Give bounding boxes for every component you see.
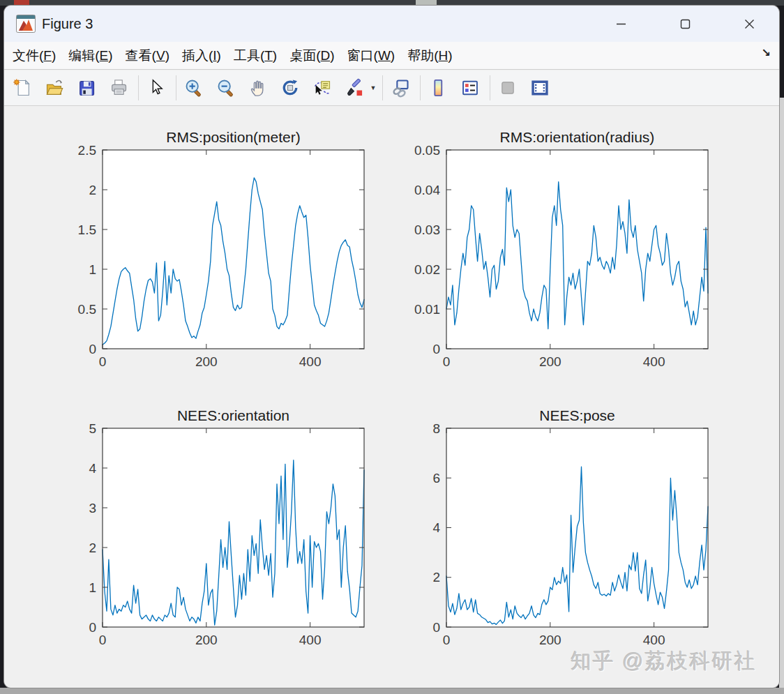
window-controls (601, 11, 769, 36)
menu-help[interactable]: 帮助(H) (401, 47, 458, 65)
link-plot-icon (391, 78, 410, 98)
y-tick-label: 0 (432, 620, 440, 635)
x-tick-label: 200 (195, 633, 218, 647)
subplot-nees-pose[interactable]: 020040002468NEES:pose (407, 406, 728, 654)
pan-hand-icon (248, 78, 268, 98)
close-button[interactable] (730, 11, 769, 36)
minimize-button[interactable] (601, 11, 640, 36)
y-tick-label: 0.04 (414, 183, 440, 197)
watermark: 知乎 @荔枝科研社 (571, 647, 757, 676)
y-tick-label: 4 (432, 520, 440, 535)
x-tick-label: 0 (99, 633, 107, 647)
plot-title: NEES:orientation (177, 407, 289, 423)
new-figure-icon (13, 78, 32, 98)
toolbar-separator (382, 75, 383, 100)
menu-tools[interactable]: 工具(T) (227, 47, 283, 65)
y-tick-label: 8 (432, 421, 440, 436)
zoom-in-icon (184, 78, 204, 98)
printer-icon (109, 78, 128, 98)
legend-icon (460, 78, 480, 98)
plot-title: NEES:pose (539, 407, 615, 423)
y-tick-label: 1 (89, 262, 96, 277)
subplot-rms-position[interactable]: 020040000.511.522.5RMS:position(meter) (63, 128, 384, 375)
y-tick-label: 2 (432, 570, 440, 584)
x-tick-label: 400 (643, 354, 665, 369)
pan-button[interactable] (244, 74, 272, 102)
menu-bar: 文件(F) 编辑(E) 查看(V) 插入(I) 工具(T) 桌面(D) 窗口(W… (4, 42, 779, 70)
figure-window: Figure 3 文件(F) 编辑(E) 查看(V) 插入(I) 工具(T) 桌… (4, 6, 779, 688)
y-tick-label: 5 (89, 421, 96, 436)
desktop-background: Figure 3 文件(F) 编辑(E) 查看(V) 插入(I) 工具(T) 桌… (0, 0, 784, 694)
minimize-icon (616, 19, 626, 29)
data-cursor-button[interactable] (308, 74, 336, 102)
rotate-3d-icon (280, 78, 300, 98)
subplot-rms-orientation[interactable]: 020040000.010.020.030.040.05RMS:orientat… (407, 128, 728, 375)
menu-edit[interactable]: 编辑(E) (62, 47, 119, 65)
x-tick-label: 200 (539, 354, 561, 369)
y-tick-label: 0.03 (414, 222, 440, 237)
toolbar-separator (490, 75, 490, 100)
matlab-figure-icon (16, 15, 36, 33)
y-tick-label: 2 (89, 541, 96, 555)
close-icon (744, 19, 755, 29)
insert-colorbar-button[interactable] (424, 74, 452, 102)
menu-window[interactable]: 窗口(W) (341, 47, 402, 65)
brush-dropdown-caret[interactable]: ▼ (368, 74, 378, 102)
menu-overflow-arrow-icon[interactable]: ↘ (762, 46, 771, 59)
toolbar-separator (420, 75, 421, 100)
y-tick-label: 2.5 (78, 143, 96, 158)
y-tick-label: 3 (89, 501, 96, 515)
y-tick-label: 0.01 (414, 302, 440, 317)
maximize-icon (680, 19, 691, 29)
x-tick-label: 200 (195, 354, 218, 369)
y-tick-label: 0 (432, 342, 440, 356)
plot-title: RMS:orientation(radius) (500, 129, 655, 145)
insert-legend-button[interactable] (456, 74, 484, 102)
zoom-in-button[interactable] (180, 74, 208, 102)
x-tick-label: 200 (539, 633, 561, 647)
toolbar-separator (138, 75, 139, 100)
data-cursor-icon (312, 78, 332, 98)
link-plot-button[interactable] (386, 74, 414, 102)
print-figure-button[interactable] (105, 74, 133, 102)
menu-file[interactable]: 文件(F) (6, 47, 62, 65)
y-tick-label: 0.5 (78, 302, 96, 317)
y-tick-label: 0.05 (414, 143, 440, 158)
save-figure-button[interactable] (73, 74, 100, 102)
maximize-button[interactable] (665, 11, 704, 36)
x-tick-label: 400 (299, 354, 322, 369)
title-bar[interactable]: Figure 3 (4, 6, 779, 42)
taskbar-strip (0, 688, 784, 694)
y-tick-label: 0.02 (414, 262, 440, 277)
dock-figure-icon (530, 78, 550, 98)
menu-view[interactable]: 查看(V) (119, 47, 176, 65)
desktop-right-strip (779, 98, 784, 688)
x-tick-label: 0 (443, 354, 451, 369)
y-tick-label: 1.5 (78, 222, 96, 237)
y-tick-label: 6 (432, 471, 440, 485)
menu-desktop[interactable]: 桌面(D) (283, 47, 340, 65)
menu-insert[interactable]: 插入(I) (176, 47, 227, 65)
dock-figure-button[interactable] (526, 74, 554, 102)
plot-area (103, 428, 364, 627)
zoom-out-icon (216, 78, 236, 98)
save-floppy-icon (77, 78, 96, 98)
x-tick-label: 0 (99, 354, 107, 369)
open-file-button[interactable] (40, 74, 68, 102)
subplot-nees-orientation[interactable]: 0200400012345NEES:orientation (63, 406, 384, 654)
zoom-out-button[interactable] (212, 74, 240, 102)
rotate-3d-button[interactable] (276, 74, 304, 102)
x-tick-label: 400 (299, 633, 322, 647)
figure-toolbar: ▼ (4, 70, 779, 106)
disabled-tool-button (494, 74, 522, 102)
disabled-square-icon (498, 78, 518, 98)
window-title: Figure 3 (42, 16, 93, 32)
toolbar-separator (176, 75, 176, 100)
edit-plot-button[interactable] (142, 74, 170, 102)
y-tick-label: 1 (89, 580, 96, 595)
brush-data-button[interactable] (340, 74, 368, 102)
colorbar-icon (428, 78, 448, 98)
figure-canvas: 020040000.511.522.5RMS:position(meter) 0… (4, 107, 779, 688)
new-figure-button[interactable] (8, 74, 36, 102)
x-tick-label: 400 (643, 633, 665, 647)
